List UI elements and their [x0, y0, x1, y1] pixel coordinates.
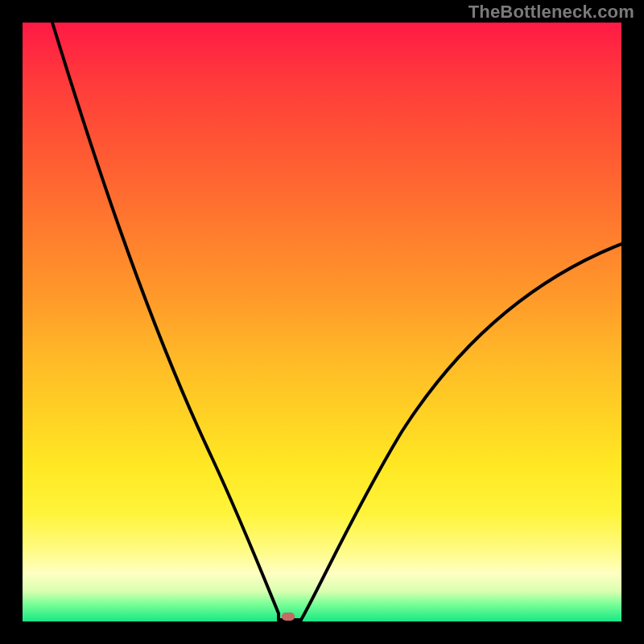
watermark-text: TheBottleneck.com: [469, 2, 634, 23]
optimal-point-marker: [282, 613, 295, 621]
chart-frame: TheBottleneck.com: [0, 0, 644, 644]
bottleneck-curve: [23, 23, 621, 621]
plot-area: [23, 23, 621, 621]
